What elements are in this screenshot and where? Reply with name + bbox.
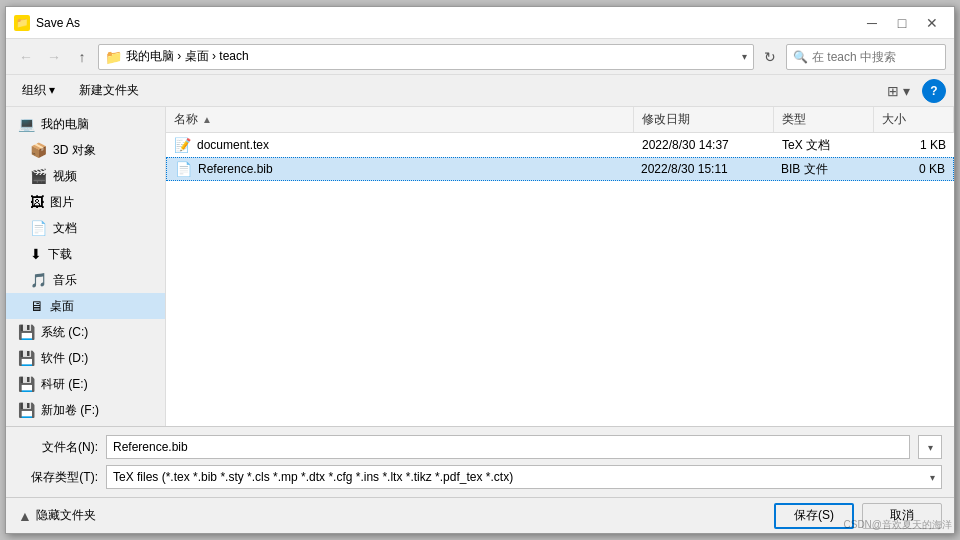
file-size: 1 KB [874, 138, 954, 152]
sidebar-icon-downloads: ⬇ [30, 246, 42, 262]
title-bar: 📁 Save As ─ □ ✕ [6, 7, 954, 39]
header-name[interactable]: 名称 ▲ [166, 107, 634, 132]
file-area: 名称 ▲ 修改日期 类型 大小 📝 document.tex 20 [166, 107, 954, 426]
filetype-label: 保存类型(T): [18, 469, 98, 486]
sidebar-label-documents: 文档 [53, 220, 77, 237]
sidebar-label-video: 视频 [53, 168, 77, 185]
action-bar: 组织 ▾ 新建文件夹 ⊞ ▾ ? [6, 75, 954, 107]
save-button[interactable]: 保存(S) [774, 503, 854, 529]
footer-bar: ▲ 隐藏文件夹 保存(S) 取消 [6, 497, 954, 533]
search-input[interactable] [812, 50, 960, 64]
filetype-dropdown-arrow: ▾ [930, 472, 935, 483]
sidebar-icon-3d: 📦 [30, 142, 47, 158]
view-button[interactable]: ⊞ ▾ [883, 79, 914, 103]
sidebar-icon-documents: 📄 [30, 220, 47, 236]
sidebar-icon-my-pc: 💻 [18, 116, 35, 132]
organize-button[interactable]: 组织 ▾ [14, 79, 63, 103]
sidebar-icon-video: 🎬 [30, 168, 47, 184]
sort-arrow: ▲ [202, 114, 212, 125]
file-date: 2022/8/30 14:37 [634, 138, 774, 152]
search-box: 🔍 [786, 44, 946, 70]
chevron-icon: ▾ [742, 51, 747, 62]
hidden-files-toggle[interactable]: ▲ 隐藏文件夹 [18, 507, 96, 524]
sidebar-icon-e-drive: 💾 [18, 376, 35, 392]
sidebar-item-pictures[interactable]: 🖼 图片 [6, 189, 165, 215]
file-icon: 📝 [174, 137, 191, 153]
sidebar-label-d-drive: 软件 (D:) [41, 350, 88, 367]
filename-input[interactable] [106, 435, 910, 459]
filetype-row: 保存类型(T): TeX files (*.tex *.bib *.sty *.… [18, 465, 942, 489]
header-type[interactable]: 类型 [774, 107, 874, 132]
file-name: 📄 Reference.bib [167, 161, 633, 177]
sidebar-item-d-drive[interactable]: 💾 软件 (D:) [6, 345, 165, 371]
file-name: 📝 document.tex [166, 137, 634, 153]
sidebar-icon-desktop: 🖥 [30, 298, 44, 314]
sidebar-item-my-pc[interactable]: 💻 我的电脑 [6, 111, 165, 137]
filetype-select[interactable]: TeX files (*.tex *.bib *.sty *.cls *.mp … [106, 465, 942, 489]
hidden-files-label: 隐藏文件夹 [36, 507, 96, 524]
back-button[interactable]: ← [14, 45, 38, 69]
folder-icon: 📁 [105, 49, 122, 65]
header-size[interactable]: 大小 [874, 107, 954, 132]
sidebar-item-downloads[interactable]: ⬇ 下载 [6, 241, 165, 267]
header-date[interactable]: 修改日期 [634, 107, 774, 132]
forward-button[interactable]: → [42, 45, 66, 69]
window-controls: ─ □ ✕ [858, 13, 946, 33]
sidebar-item-desktop[interactable]: 🖥 桌面 [6, 293, 165, 319]
sidebar-label-desktop: 桌面 [50, 298, 74, 315]
sidebar-item-video[interactable]: 🎬 视频 [6, 163, 165, 189]
sidebar-label-downloads: 下载 [48, 246, 72, 263]
breadcrumb: 我的电脑 › 桌面 › teach [126, 48, 738, 65]
sidebar-item-c-drive[interactable]: 💾 系统 (C:) [6, 319, 165, 345]
sidebar-item-music[interactable]: 🎵 音乐 [6, 267, 165, 293]
sidebar-icon-pictures: 🖼 [30, 194, 44, 210]
sidebar-icon-music: 🎵 [30, 272, 47, 288]
close-button[interactable]: ✕ [918, 13, 946, 33]
up-button[interactable]: ↑ [70, 45, 94, 69]
file-size: 0 KB [873, 162, 953, 176]
address-bar: 📁 我的电脑 › 桌面 › teach ▾ [98, 44, 754, 70]
sidebar-label-e-drive: 科研 (E:) [41, 376, 88, 393]
sidebar-label-music: 音乐 [53, 272, 77, 289]
sidebar-icon-d-drive: 💾 [18, 350, 35, 366]
sidebar-item-e-drive[interactable]: 💾 科研 (E:) [6, 371, 165, 397]
filename-label: 文件名(N): [18, 439, 98, 456]
sidebar-icon-f-drive: 💾 [18, 402, 35, 418]
file-header: 名称 ▲ 修改日期 类型 大小 [166, 107, 954, 133]
minimize-button[interactable]: ─ [858, 13, 886, 33]
help-button[interactable]: ? [922, 79, 946, 103]
file-type: BIB 文件 [773, 161, 873, 178]
save-as-dialog: 📁 Save As ─ □ ✕ ← → ↑ 📁 我的电脑 › 桌面 › teac… [5, 6, 955, 534]
sidebar-label-c-drive: 系统 (C:) [41, 324, 88, 341]
sidebar-label-f-drive: 新加卷 (F:) [41, 402, 99, 419]
filename-row: 文件名(N): ▾ [18, 435, 942, 459]
file-row[interactable]: 📝 document.tex 2022/8/30 14:37 TeX 文档 1 … [166, 133, 954, 157]
filename-dropdown[interactable]: ▾ [918, 435, 942, 459]
refresh-button[interactable]: ↻ [758, 45, 782, 69]
file-type: TeX 文档 [774, 137, 874, 154]
sidebar-label-pictures: 图片 [50, 194, 74, 211]
sidebar-item-f-drive[interactable]: 💾 新加卷 (F:) [6, 397, 165, 423]
watermark: CSDN@音欢夏天的海洋 [844, 518, 953, 532]
dialog-icon: 📁 [14, 15, 30, 31]
sidebar-label-3d: 3D 对象 [53, 142, 96, 159]
bottom-bar: 文件名(N): ▾ 保存类型(T): TeX files (*.tex *.bi… [6, 426, 954, 497]
chevron-left-icon: ▲ [18, 508, 32, 524]
filetype-value: TeX files (*.tex *.bib *.sty *.cls *.mp … [113, 470, 930, 484]
sidebar-label-my-pc: 我的电脑 [41, 116, 89, 133]
maximize-button[interactable]: □ [888, 13, 916, 33]
new-folder-button[interactable]: 新建文件夹 [71, 79, 147, 103]
main-content: 💻 我的电脑📦 3D 对象🎬 视频🖼 图片📄 文档⬇ 下载🎵 音乐🖥 桌面💾 系… [6, 107, 954, 426]
dialog-title: Save As [36, 16, 858, 30]
sidebar: 💻 我的电脑📦 3D 对象🎬 视频🖼 图片📄 文档⬇ 下载🎵 音乐🖥 桌面💾 系… [6, 107, 166, 426]
file-row[interactable]: 📄 Reference.bib 2022/8/30 15:11 BIB 文件 0… [166, 157, 954, 181]
file-icon: 📄 [175, 161, 192, 177]
search-icon: 🔍 [793, 50, 808, 64]
sidebar-item-3d[interactable]: 📦 3D 对象 [6, 137, 165, 163]
file-list: 📝 document.tex 2022/8/30 14:37 TeX 文档 1 … [166, 133, 954, 426]
file-date: 2022/8/30 15:11 [633, 162, 773, 176]
sidebar-icon-c-drive: 💾 [18, 324, 35, 340]
toolbar: ← → ↑ 📁 我的电脑 › 桌面 › teach ▾ ↻ 🔍 [6, 39, 954, 75]
sidebar-item-documents[interactable]: 📄 文档 [6, 215, 165, 241]
